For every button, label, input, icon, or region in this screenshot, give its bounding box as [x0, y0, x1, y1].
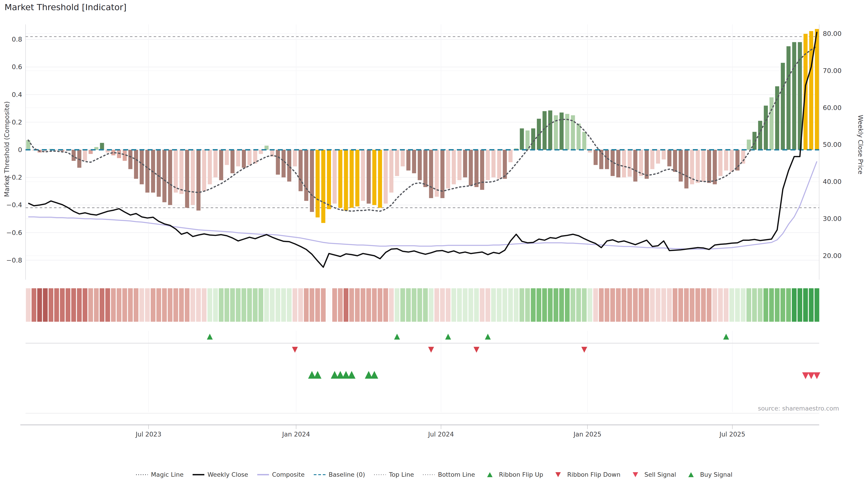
- threshold-bar: [616, 150, 620, 177]
- x-tick-label: Jul 2023: [135, 431, 161, 438]
- legend-dashed-icon: [313, 471, 326, 478]
- threshold-bar: [628, 150, 632, 177]
- ribbon-cell: [151, 288, 156, 322]
- ribbon-cell: [60, 288, 65, 322]
- ribbon-cell: [168, 288, 173, 322]
- threshold-bar: [350, 150, 354, 208]
- ribbon-cell: [49, 288, 53, 322]
- threshold-bar: [299, 150, 303, 191]
- ribbon-cell: [378, 288, 382, 322]
- threshold-bar: [378, 150, 382, 208]
- ribbon-cell: [202, 288, 207, 322]
- threshold-bar: [134, 150, 138, 179]
- y-tick-label-left: 0.8: [12, 35, 22, 43]
- threshold-bar: [418, 150, 422, 180]
- ribbon-cell: [140, 288, 144, 322]
- threshold-bar: [594, 150, 598, 165]
- ribbon-cell: [730, 288, 734, 322]
- ribbon-cell: [389, 288, 394, 322]
- sell-signal-marker: [813, 372, 820, 379]
- threshold-bar: [458, 150, 462, 180]
- ribbon-cell: [792, 288, 797, 322]
- ribbon-cell: [741, 288, 745, 322]
- ribbon-cell: [639, 288, 643, 322]
- ribbon-cell: [633, 288, 638, 322]
- ribbon-cell: [281, 288, 286, 322]
- legend-item: Baseline (0): [313, 471, 365, 478]
- threshold-bar: [577, 124, 581, 150]
- ribbon-cell: [707, 288, 712, 322]
- threshold-bar: [338, 150, 342, 208]
- ribbon-cell: [542, 288, 547, 322]
- threshold-bar: [83, 150, 87, 161]
- ribbon-cell: [190, 288, 195, 322]
- y-tick-label-left: 0: [18, 146, 22, 154]
- y-tick-label-left: −0.6: [6, 229, 22, 236]
- y-tick-label-left: 0.2: [12, 119, 22, 126]
- ribbon-cell: [587, 288, 592, 322]
- x-tick-label: Jan 2025: [573, 431, 601, 438]
- threshold-bar: [792, 42, 796, 150]
- y-tick-label-left: 0.4: [12, 91, 22, 98]
- legend-tri-up-icon: [685, 471, 698, 478]
- ribbon-cell: [525, 288, 530, 322]
- threshold-bar: [100, 143, 104, 150]
- threshold-bar: [372, 150, 376, 205]
- ribbon-cell: [213, 288, 218, 322]
- threshold-bar: [236, 150, 240, 166]
- ribbon-cell: [537, 288, 541, 322]
- ribbon-flip-up-marker: [394, 334, 400, 339]
- threshold-bar: [276, 150, 280, 175]
- threshold-bar: [582, 132, 586, 150]
- threshold-bar: [196, 150, 200, 210]
- ribbon-cell: [502, 288, 507, 322]
- threshold-bar: [486, 150, 490, 180]
- ribbon-cell: [661, 288, 666, 322]
- ribbon-cell: [684, 288, 689, 322]
- threshold-bar: [497, 150, 501, 179]
- threshold-bar: [213, 150, 217, 177]
- ribbon-cell: [253, 288, 258, 322]
- ribbon-cell: [133, 288, 138, 322]
- ribbon-cell: [803, 288, 808, 322]
- threshold-bar: [684, 150, 688, 188]
- ribbon-cell: [412, 288, 416, 322]
- ribbon-cell: [366, 288, 371, 322]
- threshold-bar: [219, 150, 223, 180]
- threshold-bar: [293, 150, 297, 166]
- threshold-bar: [202, 150, 206, 191]
- threshold-bar: [531, 128, 535, 150]
- ribbon-cell: [786, 288, 791, 322]
- ribbon-cell: [440, 288, 445, 322]
- threshold-bar: [491, 150, 495, 177]
- threshold-bar: [406, 150, 410, 170]
- ribbon-cell: [361, 288, 365, 322]
- ribbon-cell: [344, 288, 348, 322]
- source-note: source: sharemaestro.com: [758, 405, 839, 412]
- threshold-bar: [781, 63, 785, 150]
- threshold-bar: [242, 150, 246, 168]
- ribbon-cell: [54, 288, 59, 322]
- ribbon-cell: [298, 288, 303, 322]
- buy-signal-marker: [370, 371, 378, 379]
- ribbon-flip-down-marker: [428, 347, 434, 353]
- legend-dotted-icon: [135, 471, 148, 478]
- threshold-bar: [707, 150, 711, 183]
- threshold-bar: [310, 150, 314, 212]
- threshold-bar: [764, 105, 768, 150]
- legend-item: Weekly Close: [192, 471, 248, 478]
- y-tick-label-left: −0.4: [6, 201, 22, 209]
- ribbon-cell: [667, 288, 672, 322]
- threshold-bar: [730, 150, 734, 172]
- ribbon-cell: [304, 288, 309, 322]
- ribbon-cell: [94, 288, 99, 322]
- ribbon-cell: [247, 288, 252, 322]
- ribbon-cell: [355, 288, 360, 322]
- ribbon-cell: [610, 288, 615, 322]
- x-axis-spine: [20, 424, 819, 425]
- threshold-bar: [520, 128, 524, 150]
- ribbon-cell: [468, 288, 473, 322]
- ribbon-cell: [814, 288, 819, 322]
- ribbon-cell: [457, 288, 462, 322]
- threshold-bar: [26, 140, 30, 150]
